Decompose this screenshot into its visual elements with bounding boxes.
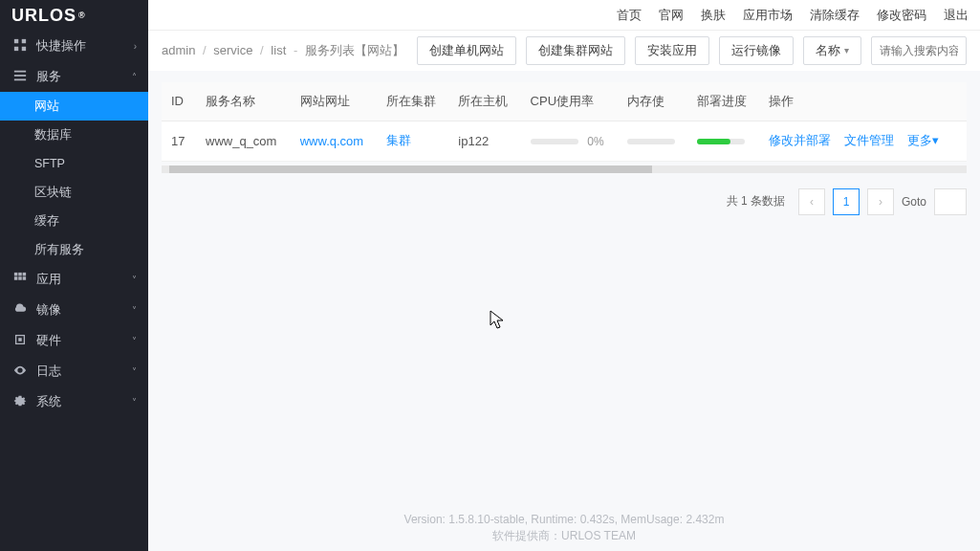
nav-item-website[interactable]: 网站 bbox=[0, 92, 148, 121]
action-more-label: 更多 bbox=[907, 133, 932, 147]
nav-group-logs[interactable]: 日志 ˅ bbox=[0, 356, 148, 386]
action-more[interactable]: 更多▾ bbox=[907, 133, 939, 147]
topnav-official[interactable]: 官网 bbox=[659, 7, 684, 24]
nav-group-hardware[interactable]: 硬件 ˅ bbox=[0, 325, 148, 356]
toolbar: admin / service / list - 服务列表【网站】 创建单机网站… bbox=[148, 31, 980, 71]
pager-goto-label: Goto bbox=[902, 195, 926, 209]
search-input[interactable] bbox=[871, 36, 967, 65]
svg-rect-4 bbox=[14, 70, 26, 72]
svg-rect-5 bbox=[14, 75, 26, 77]
table-header-row: ID 服务名称 网站网址 所在集群 所在主机 CPU使用率 内存使 部署进度 操… bbox=[162, 82, 967, 121]
nav-item-database[interactable]: 数据库 bbox=[0, 121, 148, 149]
nav-label: 系统 bbox=[36, 393, 132, 410]
svg-rect-12 bbox=[23, 276, 27, 280]
btn-label: 创建单机网站 bbox=[429, 42, 504, 59]
nav-label: 服务 bbox=[36, 68, 132, 85]
btn-label: 名称 bbox=[816, 42, 840, 59]
action-edit-deploy[interactable]: 修改并部署 bbox=[769, 133, 831, 147]
cell-host: ip122 bbox=[448, 121, 520, 161]
chevron-down-icon: ▾ bbox=[844, 45, 849, 55]
install-app-button[interactable]: 安装应用 bbox=[635, 36, 709, 65]
th-deploy: 部署进度 bbox=[687, 82, 759, 121]
create-single-button[interactable]: 创建单机网站 bbox=[417, 36, 516, 65]
chevron-up-icon: ˄ bbox=[132, 72, 137, 82]
crumb-2[interactable]: service bbox=[213, 43, 252, 57]
nav-group-apps[interactable]: 应用 ˅ bbox=[0, 264, 148, 295]
svg-rect-9 bbox=[23, 272, 27, 276]
pager-next[interactable]: › bbox=[867, 188, 894, 215]
action-file-manage[interactable]: 文件管理 bbox=[844, 133, 894, 147]
cell-cpu: 0% bbox=[521, 121, 618, 161]
svg-rect-7 bbox=[14, 272, 18, 276]
crumb-1[interactable]: admin bbox=[162, 43, 195, 57]
run-image-button[interactable]: 运行镜像 bbox=[719, 36, 794, 65]
mem-progress bbox=[627, 139, 675, 144]
create-cluster-button[interactable]: 创建集群网站 bbox=[526, 36, 625, 65]
brand-reg: ® bbox=[78, 11, 86, 20]
cell-actions: 修改并部署 文件管理 更多▾ bbox=[759, 121, 967, 161]
nav-item-sftp[interactable]: SFTP bbox=[0, 149, 148, 178]
btn-label: 安装应用 bbox=[647, 42, 697, 59]
svg-rect-14 bbox=[18, 338, 22, 342]
topnav-clearcache[interactable]: 清除缓存 bbox=[810, 7, 860, 24]
btn-label: 运行镜像 bbox=[731, 42, 781, 59]
main-column: 首页 官网 换肤 应用市场 清除缓存 修改密码 退出 admin / servi… bbox=[148, 0, 980, 551]
cpu-value: 0% bbox=[587, 135, 603, 148]
brand-name: URLOS bbox=[11, 6, 76, 26]
pager-info: 共 1 条数据 bbox=[727, 193, 785, 209]
sort-dropdown[interactable]: 名称 ▾ bbox=[803, 36, 861, 65]
topnav-market[interactable]: 应用市场 bbox=[743, 7, 793, 24]
nav-item-cache[interactable]: 缓存 bbox=[0, 207, 148, 235]
nav-group-images[interactable]: 镜像 ˅ bbox=[0, 295, 148, 325]
nav-label: 快捷操作 bbox=[36, 37, 134, 55]
th-host: 所在主机 bbox=[448, 82, 520, 121]
eye-icon bbox=[11, 364, 29, 380]
svg-rect-10 bbox=[14, 276, 18, 280]
topnav-home[interactable]: 首页 bbox=[617, 7, 642, 24]
chevron-down-icon: ˅ bbox=[132, 397, 137, 408]
nav-sub-service: 网站 数据库 SFTP 区块链 缓存 所有服务 bbox=[0, 92, 148, 264]
topnav-password[interactable]: 修改密码 bbox=[877, 7, 926, 24]
pager-prev[interactable]: ‹ bbox=[798, 188, 825, 215]
sidebar: URLOS® 快捷操作 › 服务 ˄ 网站 数据库 SFTP 区块链 缓存 所有… bbox=[0, 0, 148, 551]
th-name: 服务名称 bbox=[196, 82, 291, 121]
chevron-down-icon: ˅ bbox=[132, 366, 137, 377]
chevron-down-icon: ˅ bbox=[132, 275, 137, 285]
pager-goto-input[interactable] bbox=[934, 188, 967, 215]
svg-rect-11 bbox=[18, 276, 22, 280]
chevron-down-icon: ▾ bbox=[932, 133, 939, 147]
nav-item-blockchain[interactable]: 区块链 bbox=[0, 178, 148, 207]
nav-group-system[interactable]: 系统 ˅ bbox=[0, 386, 148, 417]
cluster-link[interactable]: 集群 bbox=[386, 133, 411, 147]
topnav-logout[interactable]: 退出 bbox=[944, 7, 969, 24]
cell-deploy bbox=[687, 121, 759, 161]
pager: 共 1 条数据 ‹ 1 › Goto bbox=[162, 188, 967, 215]
nav-label: 硬件 bbox=[36, 332, 132, 349]
crumb-sep: - bbox=[294, 43, 301, 57]
cursor-icon bbox=[490, 310, 505, 334]
nav-item-label: 所有服务 bbox=[34, 242, 84, 258]
btn-label: 创建集群网站 bbox=[538, 42, 613, 59]
gear-icon bbox=[11, 394, 29, 410]
cell-mem bbox=[618, 121, 687, 161]
cell-url: www.q.com bbox=[291, 121, 377, 161]
nav-item-label: 区块链 bbox=[34, 185, 72, 201]
nav-group-quick[interactable]: 快捷操作 › bbox=[0, 31, 148, 61]
svg-rect-6 bbox=[14, 78, 26, 80]
horizontal-scrollbar[interactable] bbox=[162, 165, 967, 173]
nav-label: 应用 bbox=[36, 271, 132, 288]
chevron-right-icon: › bbox=[134, 41, 137, 52]
pager-page-1[interactable]: 1 bbox=[833, 188, 860, 215]
nav-item-all[interactable]: 所有服务 bbox=[0, 235, 148, 264]
topnav-skin[interactable]: 换肤 bbox=[701, 7, 726, 24]
cpu-progress bbox=[531, 139, 578, 144]
crumb-3[interactable]: list bbox=[271, 43, 286, 57]
deploy-progress bbox=[697, 139, 745, 144]
th-url: 网站网址 bbox=[291, 82, 377, 121]
svg-rect-2 bbox=[14, 46, 18, 50]
cell-name: www_q_com bbox=[196, 121, 291, 161]
website-link[interactable]: www.q.com bbox=[300, 134, 363, 148]
svg-rect-1 bbox=[22, 38, 26, 42]
nav-item-label: SFTP bbox=[34, 157, 65, 170]
nav-group-service[interactable]: 服务 ˄ bbox=[0, 61, 148, 92]
